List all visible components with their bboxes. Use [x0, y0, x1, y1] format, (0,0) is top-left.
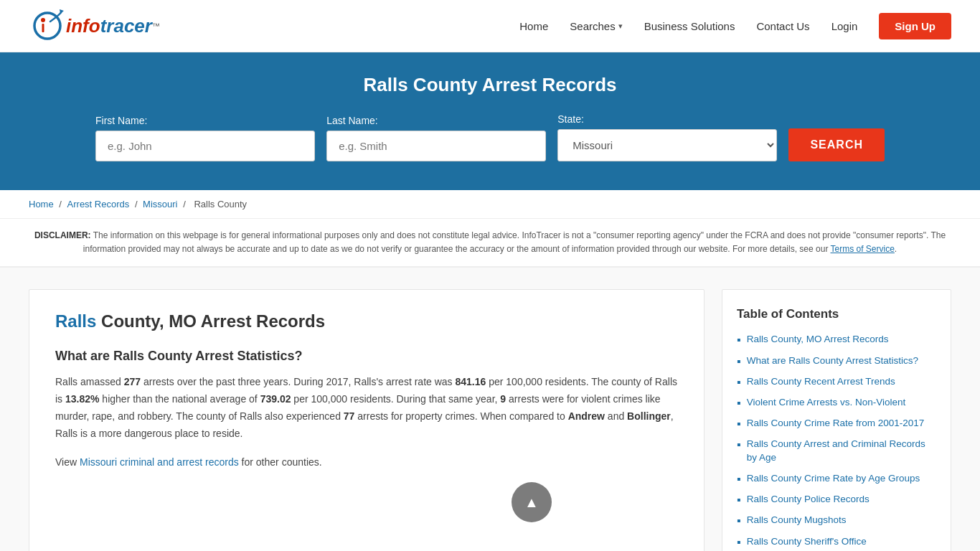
toc-list-item: Ralls County Police Records	[737, 493, 936, 507]
breadcrumb-sep3: /	[183, 199, 188, 209]
disclaimer-tos-link[interactable]: Terms of Service	[831, 244, 895, 254]
toc-link[interactable]: What are Ralls County Arrest Statistics?	[747, 354, 918, 368]
disclaimer-label: DISCLAIMER:	[34, 230, 91, 240]
toc-link[interactable]: Ralls County Mugshots	[747, 514, 847, 527]
disclaimer-text: The information on this webpage is for g…	[83, 230, 946, 254]
toc-list-item: Ralls County Crime Rate by Age Groups	[737, 472, 936, 486]
toc-list-item: Ralls County Crime Rate from 2001-2017	[737, 417, 936, 430]
site-header: infotracer™ Home Searches ▾ Business Sol…	[0, 0, 980, 52]
logo-brand: info	[66, 15, 100, 37]
breadcrumb-current: Ralls County	[194, 199, 247, 209]
first-name-input[interactable]	[95, 131, 315, 161]
toc-link[interactable]: Ralls County Arrest and Criminal Records…	[747, 438, 936, 465]
nav-contact-us[interactable]: Contact Us	[756, 20, 809, 32]
hero-title: Ralls County Arrest Records	[29, 74, 951, 96]
scroll-up-button[interactable]: ▲	[512, 482, 552, 522]
breadcrumb-sep2: /	[135, 199, 140, 209]
toc-link[interactable]: Violent Crime Arrests vs. Non-Violent	[747, 396, 906, 410]
section1-paragraph2: View Missouri criminal and arrest record…	[55, 454, 678, 471]
section1-paragraph1: Ralls amassed 277 arrests over the past …	[55, 374, 678, 442]
first-name-label: First Name:	[95, 115, 147, 126]
sidebar-toc: Table of Contents Ralls County, MO Arres…	[722, 289, 951, 551]
breadcrumb-home[interactable]: Home	[29, 199, 54, 209]
main-article: Ralls County, MO Arrest Records What are…	[29, 289, 705, 551]
toc-link[interactable]: Ralls County, MO Arrest Records	[747, 333, 889, 347]
svg-rect-2	[42, 24, 44, 32]
toc-link[interactable]: Ralls County Recent Arrest Trends	[747, 375, 895, 389]
toc-link[interactable]: Ralls County Crime Rate from 2001-2017	[747, 417, 925, 430]
last-name-group: Last Name:	[326, 115, 546, 161]
nav-searches[interactable]: Searches ▾	[570, 20, 622, 32]
nav-home[interactable]: Home	[519, 20, 548, 32]
article-title-rest: County, MO Arrest Records	[96, 311, 325, 331]
article-bottom-area: View Missouri criminal and arrest record…	[55, 454, 678, 523]
hero-section: Ralls County Arrest Records First Name: …	[0, 52, 980, 190]
logo-tracer: tracer	[100, 15, 152, 37]
breadcrumb-missouri[interactable]: Missouri	[143, 199, 177, 209]
disclaimer-period: .	[895, 244, 897, 254]
state-label: State:	[557, 113, 584, 125]
logo-tm: ™	[152, 22, 160, 30]
first-name-group: First Name:	[95, 115, 315, 161]
toc-list: Ralls County, MO Arrest RecordsWhat are …	[737, 333, 936, 551]
toc-list-item: Ralls County Sheriff's Office	[737, 535, 936, 549]
article-title-highlight: Ralls	[55, 311, 96, 331]
scroll-up-arrow-icon: ▲	[524, 495, 539, 509]
last-name-label: Last Name:	[326, 115, 378, 126]
toc-list-item: Ralls County Recent Arrest Trends	[737, 375, 936, 389]
breadcrumb-sep1: /	[59, 199, 64, 209]
search-form: First Name: Last Name: State: AlabamaAla…	[95, 113, 885, 161]
toc-heading: Table of Contents	[737, 307, 936, 321]
disclaimer-section: DISCLAIMER: The information on this webp…	[0, 219, 980, 268]
toc-list-item: Ralls County Arrest and Criminal Records…	[737, 438, 936, 465]
toc-link[interactable]: Ralls County Crime Rate by Age Groups	[747, 472, 920, 486]
logo-icon	[29, 7, 66, 44]
toc-list-item: Ralls County Mugshots	[737, 514, 936, 527]
svg-point-1	[41, 18, 45, 22]
nav-signup[interactable]: Sign Up	[879, 13, 951, 39]
toc-list-item: Violent Crime Arrests vs. Non-Violent	[737, 396, 936, 410]
scroll-up-area: ▲	[55, 482, 678, 522]
searches-chevron-icon: ▾	[618, 22, 623, 31]
content-wrapper: Ralls County, MO Arrest Records What are…	[0, 268, 980, 551]
search-button[interactable]: SEARCH	[788, 128, 885, 161]
breadcrumb-arrest-records[interactable]: Arrest Records	[67, 199, 130, 209]
toc-link[interactable]: Ralls County Sheriff's Office	[747, 535, 867, 549]
toc-link[interactable]: Ralls County Police Records	[747, 493, 870, 507]
nav-login[interactable]: Login	[831, 20, 858, 32]
main-nav: Home Searches ▾ Business Solutions Conta…	[519, 13, 951, 39]
toc-list-item: Ralls County, MO Arrest Records	[737, 333, 936, 347]
breadcrumb: Home / Arrest Records / Missouri / Ralls…	[0, 190, 980, 219]
missouri-records-link[interactable]: Missouri criminal and arrest records	[80, 456, 239, 468]
nav-business-solutions[interactable]: Business Solutions	[644, 20, 735, 32]
last-name-input[interactable]	[326, 131, 546, 161]
logo[interactable]: infotracer™	[29, 7, 160, 44]
state-select[interactable]: AlabamaAlaskaArizonaArkansasCaliforniaCo…	[557, 129, 777, 161]
state-group: State: AlabamaAlaskaArizonaArkansasCalif…	[557, 113, 777, 161]
toc-list-item: What are Ralls County Arrest Statistics?	[737, 354, 936, 368]
section1-heading: What are Ralls County Arrest Statistics?	[55, 349, 678, 364]
article-main-title: Ralls County, MO Arrest Records	[55, 311, 678, 331]
